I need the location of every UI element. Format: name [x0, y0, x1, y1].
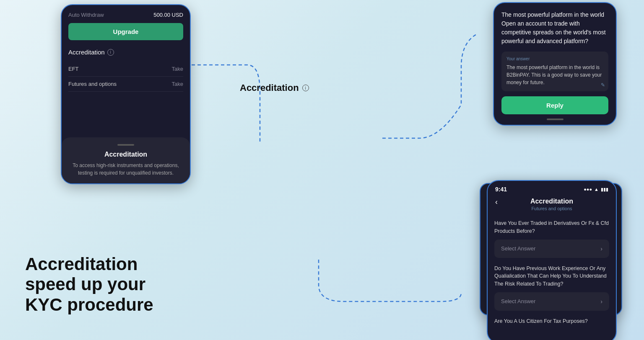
- select-answer-2-text: Select Answer: [501, 298, 535, 304]
- accreditation-section: Accreditation i EFT Take Futures and opt…: [240, 82, 309, 100]
- bottom-title: Accreditation: [68, 151, 183, 158]
- answer-label: Your answer: [506, 57, 603, 61]
- auto-withdraw-label: Auto Withdraw: [68, 12, 104, 18]
- phone-1: Auto Withdraw 500.00 USD Upgrade Accredi…: [61, 4, 191, 184]
- eft-label: EFT: [68, 66, 79, 72]
- accreditation-title-phone1: Accreditation: [68, 49, 105, 56]
- phone3-header: ‹ Accreditation Futures and options: [488, 196, 616, 215]
- heading-line3: KYC procedure: [25, 295, 153, 314]
- chevron-down-icon-1: ›: [600, 245, 602, 252]
- signal-icon: ●●●: [584, 187, 592, 192]
- phone1-bottom-sheet: Accreditation To access high-risk instru…: [62, 137, 190, 183]
- auto-withdraw-value: 500.00 USD: [153, 12, 183, 18]
- list-item: Futures and options Take: [68, 77, 183, 92]
- futures-value: Take: [172, 81, 183, 87]
- battery-icon: ▮▮▮: [601, 187, 608, 192]
- list-item: EFT Take: [68, 62, 183, 77]
- bottom-heading: Accreditation speed up your KYC procedur…: [25, 254, 153, 315]
- drag-handle: [547, 118, 564, 120]
- info-icon: i: [107, 49, 114, 56]
- heading-line1: Accreditation: [25, 254, 138, 274]
- back-button[interactable]: ‹: [495, 198, 498, 206]
- chevron-down-icon-2: ›: [600, 298, 602, 305]
- phone-2: The most powerful platform in the world …: [493, 2, 617, 126]
- select-answer-1-text: Select Answer: [501, 245, 535, 252]
- question-3: Are You A Us Citizen For Tax Purposes?: [494, 317, 609, 325]
- select-answer-2[interactable]: Select Answer ›: [494, 292, 609, 311]
- upgrade-button[interactable]: Upgrade: [68, 23, 183, 40]
- eft-value: Take: [172, 66, 183, 72]
- accreditation-info-icon: i: [302, 85, 309, 91]
- heading-line2: speed up your: [25, 274, 145, 294]
- status-bar: 9:41 ●●● ▲ ▮▮▮: [488, 181, 616, 196]
- phone3-content: Have You Ever Traded in Derivatives Or F…: [488, 215, 616, 334]
- bottom-text: To access high-risk instruments and oper…: [68, 162, 183, 177]
- question-2: Do You Have Previous Work Experience Or …: [494, 265, 609, 288]
- phone-3: 9:41 ●●● ▲ ▮▮▮ ‹ Accreditation Futures a…: [487, 180, 617, 340]
- futures-label: Futures and options: [68, 81, 117, 87]
- phone3-title: Accreditation: [495, 198, 608, 205]
- accreditation-card-title: Accreditation: [240, 82, 299, 93]
- question-1: Have You Ever Traded in Derivatives Or F…: [494, 219, 609, 235]
- status-icons: ●●● ▲ ▮▮▮: [584, 187, 608, 192]
- phone2-question: The most powerful platform in the world …: [501, 10, 608, 46]
- drag-handle: [117, 144, 134, 146]
- reply-button[interactable]: Reply: [501, 96, 608, 114]
- answer-box: Your answer The most powerful platform i…: [501, 52, 608, 91]
- select-answer-1[interactable]: Select Answer ›: [494, 240, 609, 258]
- status-time: 9:41: [495, 186, 507, 193]
- edit-icon[interactable]: ✎: [601, 82, 605, 88]
- bottom-text-section: Accreditation speed up your KYC procedur…: [25, 254, 153, 315]
- answer-text: The most powerful platform in the world …: [506, 64, 603, 86]
- wifi-icon: ▲: [594, 187, 599, 192]
- phone3-subtitle: Futures and options: [495, 206, 608, 211]
